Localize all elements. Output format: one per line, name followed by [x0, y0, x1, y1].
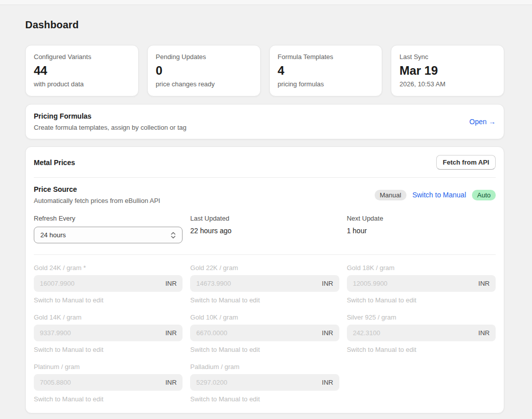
metal-price-input-wrap: INR [34, 374, 183, 391]
last-updated-value: 22 hours ago [190, 227, 339, 235]
price-source-text: Price Source Automatically fetch prices … [34, 185, 160, 204]
pricing-formulas-text: Pricing Formulas Create formula template… [34, 112, 187, 131]
metal-price-field-label: Silver 925 / gram [347, 313, 496, 321]
pricing-formulas-card: Pricing Formulas Create formula template… [25, 104, 504, 139]
metal-price-input-wrap: INR [347, 325, 496, 341]
stat-card: Configured Variants 44 with product data [25, 45, 139, 96]
currency-suffix: INR [165, 280, 176, 287]
metal-price-input[interactable] [196, 329, 318, 337]
metal-price-input-wrap: INR [347, 275, 496, 292]
top-app-bar [0, 0, 532, 5]
metal-prices-card: Metal Prices Fetch from API Price Source… [25, 146, 504, 413]
switch-to-manual-help: Switch to Manual to edit [190, 346, 339, 353]
stat-value: Mar 19 [399, 64, 496, 78]
stat-card: Pending Updates 0 price changes ready [147, 45, 261, 96]
stat-subtext: pricing formulas [278, 80, 374, 88]
stat-card: Formula Templates 4 pricing formulas [269, 45, 383, 96]
stat-label: Configured Variants [34, 53, 130, 61]
next-update-value: 1 hour [347, 227, 496, 235]
currency-suffix: INR [479, 280, 490, 287]
metal-price-field: Gold 24K / gram * INR Switch to Manual t… [34, 264, 183, 304]
metal-price-input[interactable] [40, 280, 161, 287]
price-source-controls: Manual Switch to Manual Auto [375, 190, 496, 200]
metal-price-field-label: Gold 24K / gram * [34, 264, 183, 272]
stats-row: Configured Variants 44 with product data… [25, 45, 504, 96]
switch-to-manual-help: Switch to Manual to edit [190, 395, 339, 403]
page-content: Dashboard Configured Variants 44 with pr… [0, 19, 532, 413]
price-source-subtitle: Automatically fetch prices from eBullion… [34, 197, 160, 204]
metal-price-field: Gold 22K / gram INR Switch to Manual to … [190, 264, 339, 304]
metal-price-fields-grid: Gold 24K / gram * INR Switch to Manual t… [34, 264, 496, 403]
metal-price-field: Gold 10K / gram INR Switch to Manual to … [190, 313, 339, 353]
refresh-interval-select[interactable]: 24 hours [34, 227, 183, 243]
metal-price-input[interactable] [196, 280, 318, 287]
metal-price-field: Palladium / gram INR Switch to Manual to… [190, 363, 339, 403]
currency-suffix: INR [165, 379, 176, 386]
refresh-interval-selected-value: 24 hours [40, 231, 66, 239]
stat-label: Formula Templates [278, 53, 374, 61]
metal-price-input-wrap: INR [190, 275, 339, 292]
stat-value: 4 [278, 64, 374, 78]
stat-subtext: with product data [34, 80, 130, 88]
currency-suffix: INR [165, 329, 176, 337]
pricing-formulas-subtitle: Create formula templates, assign by coll… [34, 124, 187, 131]
refresh-row: Refresh Every 24 hours Last Updated 22 h… [34, 215, 496, 243]
stat-value: 44 [34, 64, 130, 78]
stat-value: 0 [156, 64, 252, 78]
metal-price-input[interactable] [353, 329, 475, 337]
price-source-title: Price Source [34, 185, 160, 193]
currency-suffix: INR [322, 280, 333, 287]
metal-price-field: Gold 14K / gram INR Switch to Manual to … [34, 313, 183, 353]
price-source-row: Price Source Automatically fetch prices … [34, 185, 496, 204]
metal-price-field: Platinum / gram INR Switch to Manual to … [34, 363, 183, 403]
metal-price-input[interactable] [40, 329, 161, 337]
open-pricing-formulas-link[interactable]: Open → [469, 118, 496, 126]
auto-badge: Auto [472, 190, 496, 200]
metal-price-input-wrap: INR [190, 374, 339, 391]
refresh-every-group: Refresh Every 24 hours [34, 215, 183, 243]
stat-label: Pending Updates [156, 53, 252, 61]
stat-subtext: 2026, 10:53 AM [399, 80, 496, 88]
stat-subtext: price changes ready [156, 80, 252, 88]
switch-to-manual-help: Switch to Manual to edit [34, 395, 183, 403]
metal-price-input[interactable] [196, 379, 318, 386]
switch-to-manual-help: Switch to Manual to edit [347, 346, 496, 353]
metal-price-input-wrap: INR [34, 275, 183, 292]
switch-to-manual-help: Switch to Manual to edit [34, 296, 183, 304]
switch-to-manual-link[interactable]: Switch to Manual [412, 191, 466, 199]
stat-label: Last Sync [399, 53, 496, 61]
metal-prices-header: Metal Prices Fetch from API [34, 155, 496, 170]
next-update-label: Next Update [347, 215, 496, 222]
metal-price-field: Gold 18K / gram INR Switch to Manual to … [347, 264, 496, 304]
manual-badge: Manual [375, 190, 406, 200]
metal-price-input[interactable] [40, 379, 161, 386]
metal-price-input-wrap: INR [34, 325, 183, 341]
divider [34, 177, 496, 178]
metal-price-input-wrap: INR [190, 325, 339, 341]
refresh-every-label: Refresh Every [34, 215, 183, 222]
pricing-formulas-title: Pricing Formulas [34, 112, 187, 120]
metal-price-field-label: Gold 10K / gram [190, 313, 339, 321]
switch-to-manual-help: Switch to Manual to edit [190, 296, 339, 304]
fetch-from-api-button[interactable]: Fetch from API [436, 155, 496, 170]
currency-suffix: INR [322, 379, 333, 386]
metal-price-field-label: Gold 22K / gram [190, 264, 339, 272]
metal-price-field: Silver 925 / gram INR Switch to Manual t… [347, 313, 496, 353]
last-updated-label: Last Updated [190, 215, 339, 222]
metal-price-field-label: Palladium / gram [190, 363, 339, 371]
page-title: Dashboard [25, 19, 504, 31]
metal-price-field-label: Gold 18K / gram [347, 264, 496, 272]
switch-to-manual-help: Switch to Manual to edit [34, 346, 183, 353]
currency-suffix: INR [322, 329, 333, 337]
metal-prices-title: Metal Prices [34, 159, 75, 167]
updown-chevron-icon [170, 231, 176, 239]
next-update-group: Next Update 1 hour [347, 215, 496, 243]
metal-price-input[interactable] [353, 280, 475, 287]
stat-card: Last Sync Mar 19 2026, 10:53 AM [391, 45, 504, 96]
metal-price-field-label: Gold 14K / gram [34, 313, 183, 321]
currency-suffix: INR [479, 329, 490, 337]
last-updated-group: Last Updated 22 hours ago [190, 215, 339, 243]
metal-price-field-label: Platinum / gram [34, 363, 183, 371]
divider [34, 254, 496, 255]
switch-to-manual-help: Switch to Manual to edit [347, 296, 496, 304]
